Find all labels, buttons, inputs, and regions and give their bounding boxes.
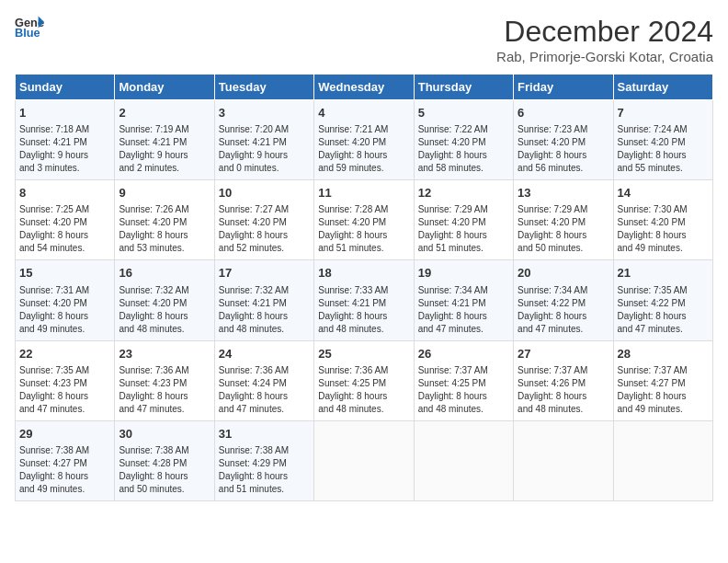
header-day-saturday: Saturday — [613, 75, 712, 100]
calendar-cell: 13Sunrise: 7:29 AM Sunset: 4:20 PM Dayli… — [514, 180, 613, 260]
day-number: 9 — [119, 185, 210, 201]
day-number: 18 — [318, 265, 409, 282]
calendar-cell: 9Sunrise: 7:26 AM Sunset: 4:20 PM Daylig… — [115, 180, 214, 260]
calendar-cell: 16Sunrise: 7:32 AM Sunset: 4:20 PM Dayli… — [115, 260, 214, 340]
header-day-sunday: Sunday — [16, 75, 115, 100]
calendar-cell: 24Sunrise: 7:36 AM Sunset: 4:24 PM Dayli… — [214, 340, 313, 420]
day-number: 19 — [418, 265, 509, 282]
header-row: SundayMondayTuesdayWednesdayThursdayFrid… — [16, 75, 713, 100]
header-day-thursday: Thursday — [414, 75, 513, 100]
day-info: Sunrise: 7:28 AM Sunset: 4:20 PM Dayligh… — [318, 203, 409, 255]
logo: General Blue — [15, 15, 44, 40]
calendar-cell: 25Sunrise: 7:36 AM Sunset: 4:25 PM Dayli… — [314, 340, 414, 420]
day-info: Sunrise: 7:22 AM Sunset: 4:20 PM Dayligh… — [418, 123, 509, 175]
day-number: 27 — [518, 346, 609, 362]
calendar-cell: 7Sunrise: 7:24 AM Sunset: 4:20 PM Daylig… — [613, 100, 712, 180]
day-number: 6 — [518, 105, 609, 121]
calendar-cell: 14Sunrise: 7:30 AM Sunset: 4:20 PM Dayli… — [613, 180, 712, 260]
day-number: 16 — [119, 265, 210, 282]
calendar-cell: 5Sunrise: 7:22 AM Sunset: 4:20 PM Daylig… — [414, 100, 513, 180]
day-number: 5 — [418, 105, 509, 121]
day-number: 8 — [19, 185, 110, 201]
day-info: Sunrise: 7:38 AM Sunset: 4:28 PM Dayligh… — [119, 444, 210, 496]
day-number: 26 — [418, 346, 509, 362]
calendar-week-5: 29Sunrise: 7:38 AM Sunset: 4:27 PM Dayli… — [16, 420, 713, 500]
day-number: 11 — [318, 185, 409, 201]
day-number: 4 — [318, 105, 409, 121]
day-number: 17 — [219, 265, 310, 282]
day-info: Sunrise: 7:23 AM Sunset: 4:20 PM Dayligh… — [518, 123, 609, 175]
day-number: 23 — [119, 346, 210, 362]
day-number: 20 — [518, 265, 609, 282]
calendar-cell: 22Sunrise: 7:35 AM Sunset: 4:23 PM Dayli… — [16, 340, 115, 420]
calendar-cell: 10Sunrise: 7:27 AM Sunset: 4:20 PM Dayli… — [214, 180, 313, 260]
day-info: Sunrise: 7:26 AM Sunset: 4:20 PM Dayligh… — [119, 203, 210, 255]
day-info: Sunrise: 7:37 AM Sunset: 4:25 PM Dayligh… — [418, 364, 509, 416]
day-info: Sunrise: 7:37 AM Sunset: 4:27 PM Dayligh… — [618, 364, 709, 416]
title-block: December 2024 Rab, Primorje-Gorski Kotar… — [496, 15, 713, 64]
day-info: Sunrise: 7:21 AM Sunset: 4:20 PM Dayligh… — [318, 123, 409, 175]
calendar-cell: 20Sunrise: 7:34 AM Sunset: 4:22 PM Dayli… — [514, 260, 613, 340]
calendar-week-2: 8Sunrise: 7:25 AM Sunset: 4:20 PM Daylig… — [16, 180, 713, 260]
day-info: Sunrise: 7:35 AM Sunset: 4:23 PM Dayligh… — [19, 364, 110, 416]
calendar-cell: 28Sunrise: 7:37 AM Sunset: 4:27 PM Dayli… — [613, 340, 712, 420]
day-info: Sunrise: 7:25 AM Sunset: 4:20 PM Dayligh… — [19, 203, 110, 255]
day-number: 24 — [219, 346, 310, 362]
header-day-friday: Friday — [514, 75, 613, 100]
header-day-tuesday: Tuesday — [214, 75, 313, 100]
calendar-cell: 3Sunrise: 7:20 AM Sunset: 4:21 PM Daylig… — [214, 100, 313, 180]
calendar-cell: 29Sunrise: 7:38 AM Sunset: 4:27 PM Dayli… — [16, 420, 115, 500]
day-number: 13 — [518, 185, 609, 201]
main-title: December 2024 — [496, 15, 713, 49]
calendar-cell: 15Sunrise: 7:31 AM Sunset: 4:20 PM Dayli… — [16, 260, 115, 340]
logo-icon: General Blue — [15, 15, 44, 40]
day-info: Sunrise: 7:38 AM Sunset: 4:27 PM Dayligh… — [19, 444, 110, 496]
day-info: Sunrise: 7:38 AM Sunset: 4:29 PM Dayligh… — [219, 444, 310, 496]
calendar-cell: 19Sunrise: 7:34 AM Sunset: 4:21 PM Dayli… — [414, 260, 513, 340]
day-number: 3 — [219, 105, 310, 121]
day-number: 22 — [19, 346, 110, 362]
calendar-cell: 8Sunrise: 7:25 AM Sunset: 4:20 PM Daylig… — [16, 180, 115, 260]
calendar-week-4: 22Sunrise: 7:35 AM Sunset: 4:23 PM Dayli… — [16, 340, 713, 420]
day-info: Sunrise: 7:31 AM Sunset: 4:20 PM Dayligh… — [19, 284, 110, 336]
calendar-cell: 26Sunrise: 7:37 AM Sunset: 4:25 PM Dayli… — [414, 340, 513, 420]
day-info: Sunrise: 7:36 AM Sunset: 4:24 PM Dayligh… — [219, 364, 310, 416]
day-number: 28 — [618, 346, 709, 362]
calendar-cell: 4Sunrise: 7:21 AM Sunset: 4:20 PM Daylig… — [314, 100, 414, 180]
day-info: Sunrise: 7:37 AM Sunset: 4:26 PM Dayligh… — [518, 364, 609, 416]
calendar-table: SundayMondayTuesdayWednesdayThursdayFrid… — [15, 74, 713, 501]
header-day-wednesday: Wednesday — [314, 75, 414, 100]
day-info: Sunrise: 7:33 AM Sunset: 4:21 PM Dayligh… — [318, 284, 409, 336]
day-info: Sunrise: 7:30 AM Sunset: 4:20 PM Dayligh… — [618, 203, 709, 255]
calendar-cell: 17Sunrise: 7:32 AM Sunset: 4:21 PM Dayli… — [214, 260, 313, 340]
calendar-cell: 2Sunrise: 7:19 AM Sunset: 4:21 PM Daylig… — [115, 100, 214, 180]
day-info: Sunrise: 7:29 AM Sunset: 4:20 PM Dayligh… — [518, 203, 609, 255]
day-info: Sunrise: 7:18 AM Sunset: 4:21 PM Dayligh… — [19, 123, 110, 175]
day-info: Sunrise: 7:19 AM Sunset: 4:21 PM Dayligh… — [119, 123, 210, 175]
day-number: 7 — [618, 105, 709, 121]
calendar-cell — [414, 420, 513, 500]
calendar-cell: 30Sunrise: 7:38 AM Sunset: 4:28 PM Dayli… — [115, 420, 214, 500]
calendar-cell: 23Sunrise: 7:36 AM Sunset: 4:23 PM Dayli… — [115, 340, 214, 420]
page-header: General Blue December 2024 Rab, Primorje… — [15, 15, 713, 64]
calendar-cell: 6Sunrise: 7:23 AM Sunset: 4:20 PM Daylig… — [514, 100, 613, 180]
day-number: 21 — [618, 265, 709, 282]
day-number: 14 — [618, 185, 709, 201]
calendar-week-3: 15Sunrise: 7:31 AM Sunset: 4:20 PM Dayli… — [16, 260, 713, 340]
calendar-cell: 18Sunrise: 7:33 AM Sunset: 4:21 PM Dayli… — [314, 260, 414, 340]
day-info: Sunrise: 7:34 AM Sunset: 4:22 PM Dayligh… — [518, 284, 609, 336]
day-info: Sunrise: 7:27 AM Sunset: 4:20 PM Dayligh… — [219, 203, 310, 255]
day-number: 1 — [19, 105, 110, 121]
day-info: Sunrise: 7:36 AM Sunset: 4:25 PM Dayligh… — [318, 364, 409, 416]
day-info: Sunrise: 7:29 AM Sunset: 4:20 PM Dayligh… — [418, 203, 509, 255]
day-info: Sunrise: 7:34 AM Sunset: 4:21 PM Dayligh… — [418, 284, 509, 336]
calendar-cell: 11Sunrise: 7:28 AM Sunset: 4:20 PM Dayli… — [314, 180, 414, 260]
day-number: 15 — [19, 265, 110, 282]
day-number: 2 — [119, 105, 210, 121]
day-info: Sunrise: 7:24 AM Sunset: 4:20 PM Dayligh… — [618, 123, 709, 175]
calendar-cell: 21Sunrise: 7:35 AM Sunset: 4:22 PM Dayli… — [613, 260, 712, 340]
calendar-week-1: 1Sunrise: 7:18 AM Sunset: 4:21 PM Daylig… — [16, 100, 713, 180]
day-info: Sunrise: 7:20 AM Sunset: 4:21 PM Dayligh… — [219, 123, 310, 175]
calendar-cell: 31Sunrise: 7:38 AM Sunset: 4:29 PM Dayli… — [214, 420, 313, 500]
day-info: Sunrise: 7:32 AM Sunset: 4:20 PM Dayligh… — [119, 284, 210, 336]
